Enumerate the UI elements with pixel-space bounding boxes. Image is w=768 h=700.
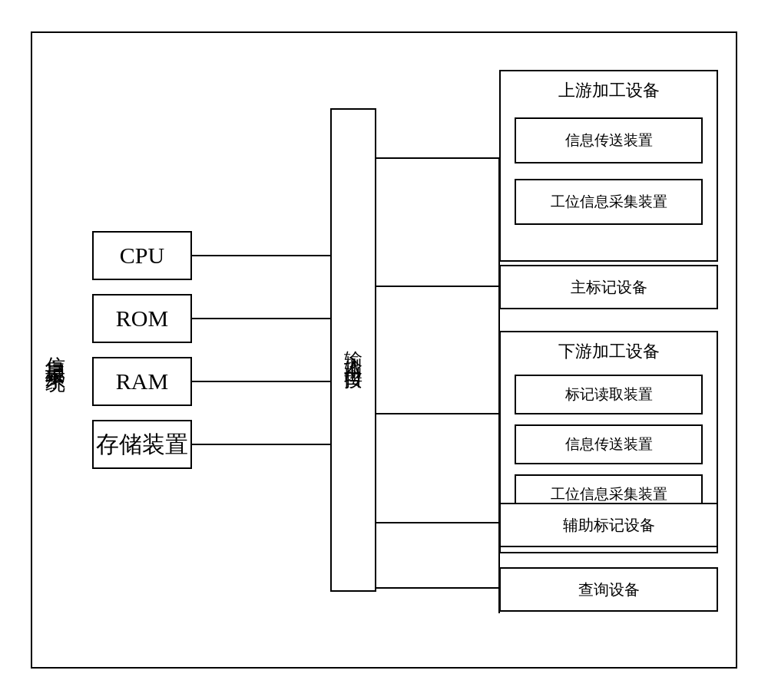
aux-marker-box: 辅助标记设备 <box>499 503 718 547</box>
storage-box: 存储装置 <box>92 420 192 469</box>
line-ram-io <box>192 381 332 382</box>
line-io-aux <box>376 522 499 523</box>
upstream-group-box: 上游加工设备 信息传送装置 工位信息采集装置 <box>499 70 718 262</box>
upstream-item-0: 信息传送装置 <box>515 117 703 163</box>
line-cpu-io <box>192 255 332 256</box>
main-marker-box: 主标记设备 <box>499 265 718 309</box>
system-label: 信息记录系统 <box>41 341 68 359</box>
upstream-item-1: 工位信息采集装置 <box>515 179 703 225</box>
line-rom-io <box>192 318 332 319</box>
downstream-title: 下游加工设备 <box>501 340 717 363</box>
upstream-title: 上游加工设备 <box>501 79 717 102</box>
ram-box: RAM <box>92 357 192 406</box>
line-io-main-marker <box>376 286 499 287</box>
diagram: 信息记录系统 CPU ROM RAM 存储装置 输入输出接口 <box>31 31 737 669</box>
line-io-query <box>376 587 499 589</box>
cpu-box: CPU <box>92 231 192 280</box>
right-vertical-line <box>498 157 500 613</box>
rom-box: ROM <box>92 294 192 343</box>
downstream-item-0: 标记读取装置 <box>515 375 703 414</box>
downstream-item-1: 信息传送装置 <box>515 424 703 464</box>
query-device-box: 查询设备 <box>499 567 718 612</box>
line-io-downstream <box>376 413 499 414</box>
line-storage-io <box>192 444 332 445</box>
io-box: 输入输出接口 <box>330 108 376 592</box>
line-io-upstream <box>376 157 499 159</box>
